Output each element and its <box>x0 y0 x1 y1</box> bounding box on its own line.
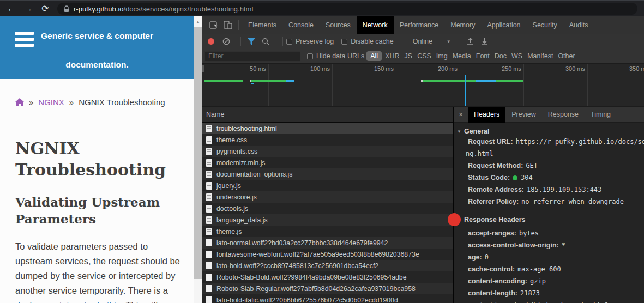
status-code-row: Status Code:304 <box>454 172 644 184</box>
tab-console[interactable]: Console <box>282 16 320 34</box>
document-icon <box>206 228 212 235</box>
table-row[interactable]: troubleshooting.html <box>202 123 453 134</box>
headers-content: ▼ General Request URL:https://r-pufky.gi… <box>454 123 644 303</box>
hide-data-urls-checkbox[interactable] <box>307 53 313 59</box>
tab-timing[interactable]: Timing <box>585 107 617 123</box>
filter-funnel-icon[interactable] <box>244 35 258 48</box>
timeline-handle[interactable] <box>202 65 204 72</box>
clear-icon[interactable] <box>222 35 231 48</box>
scroll-up-icon[interactable]: ▲ <box>194 16 202 26</box>
document-icon <box>206 159 212 167</box>
request-name: modernizr.min.js <box>216 159 266 167</box>
header-row: content-length:21873 <box>454 287 644 299</box>
document-icon <box>206 182 212 190</box>
search-icon[interactable] <box>258 35 273 48</box>
lock-icon <box>64 5 69 13</box>
tab-sources[interactable]: Sources <box>320 16 357 34</box>
waterfall-bar-fragment <box>251 83 254 84</box>
address-bar[interactable]: r-pufky.github.io/docs/services/nginx/tr… <box>57 3 637 15</box>
general-section-header[interactable]: ▼ General <box>454 127 644 136</box>
device-toolbar-icon[interactable] <box>221 19 235 32</box>
preserve-log-checkbox[interactable] <box>286 39 292 45</box>
tab-performance[interactable]: Performance <box>394 16 445 34</box>
type-filter-all[interactable]: All <box>366 51 382 61</box>
network-main-area: Name troubleshooting.html theme.css pygm… <box>202 107 644 303</box>
type-filter-doc[interactable]: Doc <box>495 52 507 60</box>
tab-security[interactable]: Security <box>527 16 563 34</box>
table-row[interactable]: theme.css <box>202 134 453 146</box>
forward-icon[interactable]: → <box>23 4 33 13</box>
table-row[interactable]: pygments.css <box>202 146 453 157</box>
disable-cache-checkbox[interactable] <box>341 39 347 45</box>
tab-elements[interactable]: Elements <box>242 16 282 34</box>
tab-audits[interactable]: Audits <box>563 16 594 34</box>
request-name: lato-bold-italic.woff2?0b6bb6725576b072c… <box>216 296 398 303</box>
reload-icon[interactable]: ⟳ <box>40 4 50 13</box>
network-filter-bar: Hide data URLs All XHR JS CSS Img Media … <box>202 49 644 64</box>
breadcrumb-link-nginx[interactable]: NGINX <box>38 98 64 107</box>
hide-data-urls-label: Hide data URLs <box>316 52 364 60</box>
docker-container-link[interactable]: docker container to do this <box>15 300 121 303</box>
table-row[interactable]: lato-bold.woff2?cccb897485813c7c256901db… <box>202 260 453 271</box>
filter-input[interactable] <box>204 51 300 62</box>
chevron-down-icon[interactable]: ▼ <box>447 39 451 44</box>
table-row[interactable]: Roboto-Slab-Bold.woff2?9984f4a9bda09be08… <box>202 271 453 283</box>
toolbar-divider <box>460 37 460 46</box>
toolbar-divider <box>282 37 283 46</box>
timeline-tick: 50 ms <box>205 64 269 106</box>
table-row[interactable]: Roboto-Slab-Regular.woff2?7abf5b8d04d26a… <box>202 283 453 294</box>
type-filter-other[interactable]: Other <box>558 52 575 60</box>
page-scrollbar[interactable]: ▲ <box>194 16 202 303</box>
network-timeline-overview[interactable]: 50 ms 100 ms 150 ms 200 ms 250 ms 300 ms… <box>202 64 644 107</box>
type-filter-ws[interactable]: WS <box>511 52 522 60</box>
url-text: r-pufky.github.io/docs/services/nginx/tr… <box>74 5 253 13</box>
close-icon[interactable]: × <box>454 110 468 119</box>
network-toolbar: Preserve log Disable cache Online ▼ <box>202 34 644 49</box>
type-filter-media[interactable]: Media <box>453 52 471 60</box>
import-har-icon[interactable] <box>464 35 478 48</box>
scrollbar-thumb[interactable] <box>194 27 202 279</box>
type-filter-xhr[interactable]: XHR <box>385 52 399 60</box>
record-icon[interactable] <box>208 38 214 45</box>
table-row[interactable]: language_data.js <box>202 214 453 226</box>
table-row[interactable]: fontawesome-webfont.woff2?af7ae505a9eed5… <box>202 249 453 260</box>
type-filter-img[interactable]: Img <box>436 52 448 60</box>
table-row[interactable]: doctools.js <box>202 203 453 214</box>
tab-application[interactable]: Application <box>481 16 526 34</box>
tab-network[interactable]: Network <box>357 16 394 34</box>
inspect-element-icon[interactable] <box>207 19 221 32</box>
table-row[interactable]: jquery.js <box>202 180 453 191</box>
tab-memory[interactable]: Memory <box>444 16 481 34</box>
toolbar-divider <box>238 20 239 30</box>
font-file-icon <box>206 285 212 292</box>
request-name: Roboto-Slab-Bold.woff2?9984f4a9bda09be08… <box>216 274 407 281</box>
type-filter-font[interactable]: Font <box>476 52 490 60</box>
type-filter-css[interactable]: CSS <box>417 52 431 60</box>
site-title-line2: documentation. <box>0 60 194 70</box>
document-icon <box>206 193 212 201</box>
table-row[interactable]: underscore.js <box>202 191 453 203</box>
triangle-down-icon: ▼ <box>457 129 461 134</box>
request-name: documentation_options.js <box>216 171 292 178</box>
name-column-header[interactable]: Name <box>202 107 453 123</box>
hamburger-menu-icon[interactable] <box>15 32 34 50</box>
font-file-icon <box>206 274 212 281</box>
table-row[interactable]: theme.js <box>202 226 453 237</box>
export-har-icon[interactable] <box>478 35 492 48</box>
document-icon <box>206 125 212 132</box>
tab-headers[interactable]: Headers <box>468 107 505 123</box>
response-headers-section-header[interactable]: Response Headers <box>454 215 644 224</box>
type-filter-js[interactable]: JS <box>405 52 413 60</box>
home-icon[interactable] <box>15 98 24 106</box>
type-filter-manifest[interactable]: Manifest <box>527 52 553 60</box>
table-row[interactable]: modernizr.min.js <box>202 157 453 168</box>
table-row[interactable]: documentation_options.js <box>202 168 453 180</box>
table-row[interactable]: lato-bold-italic.woff2?0b6bb6725576b072c… <box>202 294 453 303</box>
tab-response[interactable]: Response <box>542 107 585 123</box>
breadcrumb: » NGINX » NGNIX Troubleshooting <box>15 96 194 107</box>
tab-preview[interactable]: Preview <box>505 107 541 123</box>
throttling-select[interactable]: Online <box>413 38 432 45</box>
back-icon[interactable]: ← <box>7 4 16 13</box>
table-row[interactable]: lato-normal.woff2?bd03a2cc277bbbc338d464… <box>202 237 453 249</box>
request-url-row: Request URL:https://r-pufky.github.io/do… <box>454 136 644 148</box>
